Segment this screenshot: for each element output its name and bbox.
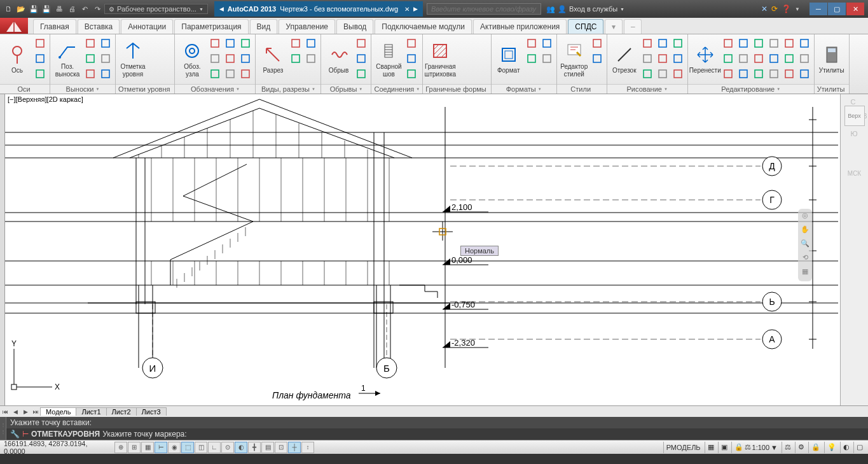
- small-button[interactable]: [767, 52, 781, 66]
- button-Обоз. узла[interactable]: Обоз. узла: [177, 36, 207, 82]
- model-space-button[interactable]: РМОДЕЛЬ: [663, 442, 703, 453]
- layout-tab-Модель[interactable]: Модель: [40, 407, 76, 416]
- button-Формат[interactable]: Формат: [494, 36, 523, 82]
- status-toggle-10[interactable]: ╋: [248, 442, 261, 453]
- small-button[interactable]: [640, 67, 654, 81]
- panel-title[interactable]: Выноски: [50, 84, 115, 94]
- tab-СПДС[interactable]: СПДС: [568, 19, 603, 34]
- nav-showmotion-icon[interactable]: ▦: [799, 267, 811, 279]
- layout-first-icon[interactable]: ⏮: [0, 409, 10, 415]
- small-button[interactable]: [238, 67, 252, 81]
- qat-open-icon[interactable]: 📂: [15, 3, 27, 15]
- file-tab[interactable]: ◀ AutoCAD 2013 Чертеж3 - без вспомогател…: [214, 1, 423, 17]
- small-button[interactable]: [752, 67, 766, 81]
- small-button[interactable]: [736, 67, 750, 81]
- small-button[interactable]: [304, 36, 318, 50]
- small-button[interactable]: [671, 36, 685, 50]
- status-toggle-2[interactable]: ▦: [141, 442, 154, 453]
- tab-Управление[interactable]: Управление: [279, 19, 335, 34]
- drawing-canvas[interactable]: 2,1000,000-0,750-2,320ИБДГЬАПлан фундаме…: [5, 94, 838, 405]
- small-button[interactable]: [83, 36, 97, 50]
- panel-title[interactable]: Рисование: [607, 84, 687, 94]
- small-button[interactable]: [590, 52, 604, 66]
- panel-title[interactable]: Обрывы: [321, 84, 371, 94]
- clean-screen-icon[interactable]: ▢: [853, 442, 865, 453]
- tab-Главная[interactable]: Главная: [33, 19, 76, 34]
- toolbar-lock-icon[interactable]: 🔒: [808, 442, 823, 453]
- coordinates-readout[interactable]: 166191.4893, 42873.0194, 0.0000: [0, 440, 114, 455]
- button-Редактор стилей[interactable]: Редактор стилей: [560, 36, 589, 82]
- status-toggle-1[interactable]: ⊞: [128, 442, 141, 453]
- help-icon[interactable]: ❓: [782, 4, 791, 13]
- button-Сварной шов[interactable]: Сварной шов: [374, 36, 403, 82]
- button-Перенести[interactable]: Перенести: [691, 36, 720, 82]
- layout-prev-icon[interactable]: ◀: [10, 409, 20, 415]
- maximize-button[interactable]: ▢: [828, 3, 846, 15]
- small-button[interactable]: [208, 36, 222, 50]
- small-button[interactable]: [721, 52, 735, 66]
- viewcube[interactable]: Верх: [844, 106, 865, 126]
- panel-title[interactable]: Обозначения: [175, 84, 255, 94]
- button-Ось[interactable]: Ось: [3, 36, 32, 82]
- status-toggle-5[interactable]: ⬚: [181, 442, 194, 453]
- small-button[interactable]: [238, 52, 252, 66]
- command-window[interactable]: ⋮⋮ Укажите точку вставки: 🔧 ⊢ ОТМЕТКАУРО…: [0, 417, 868, 440]
- status-toggle-6[interactable]: ◫: [195, 442, 207, 453]
- small-button[interactable]: [404, 67, 418, 81]
- annotation-scale[interactable]: 🔒 ⚖ 1:100▼: [731, 442, 780, 453]
- panel-title[interactable]: Отметки уровня: [116, 84, 174, 94]
- command-handle[interactable]: ⋮⋮: [0, 417, 6, 440]
- tab-Подключаемые модули[interactable]: Подключаемые модули: [375, 19, 472, 34]
- hardware-accel-icon[interactable]: 💡: [824, 442, 839, 453]
- small-button[interactable]: [797, 52, 811, 66]
- tab-Вывод[interactable]: Вывод: [336, 19, 373, 34]
- small-button[interactable]: [736, 52, 750, 66]
- button-Граничная штриховка[interactable]: Граничная штриховка: [425, 36, 455, 82]
- tab-Активные приложения[interactable]: Активные приложения: [473, 19, 567, 34]
- close-button[interactable]: ✕: [846, 3, 864, 15]
- small-button[interactable]: [223, 67, 237, 81]
- button-Поз. выноска[interactable]: Поз. выноска: [53, 36, 82, 82]
- small-button[interactable]: [640, 36, 654, 50]
- annotation-visibility-icon[interactable]: ⚖: [782, 442, 794, 453]
- small-button[interactable]: [656, 52, 670, 66]
- status-toggle-8[interactable]: ⊙: [221, 442, 234, 453]
- sign-in[interactable]: 👥 👤 Вход в службы▼: [546, 5, 624, 13]
- button-Отметка уровня[interactable]: Отметка уровня: [118, 36, 148, 82]
- small-button[interactable]: [767, 36, 781, 50]
- panel-title[interactable]: Форматы: [492, 84, 556, 94]
- status-toggle-11[interactable]: ▤: [261, 442, 274, 453]
- small-button[interactable]: [640, 52, 654, 66]
- button-Отрезок[interactable]: Отрезок: [610, 36, 639, 82]
- wcs-label[interactable]: МСК: [848, 170, 861, 177]
- small-button[interactable]: [752, 36, 766, 50]
- small-button[interactable]: [208, 67, 222, 81]
- small-button[interactable]: [83, 52, 97, 66]
- viewport[interactable]: [−][Верхняя][2D каркас] 2,1000,000-0,750…: [5, 94, 840, 405]
- search-input[interactable]: [427, 3, 541, 15]
- status-toggle-0[interactable]: ⊕: [114, 442, 127, 453]
- qat-plot-icon[interactable]: 🖶: [53, 3, 65, 15]
- navigation-bar[interactable]: ◎ ✋ 🔍 ⟲ ▦: [798, 209, 812, 281]
- small-button[interactable]: [540, 36, 554, 50]
- workspace-dropdown[interactable]: Рабочее пространство...: [104, 4, 208, 14]
- status-toggle-4[interactable]: ◉: [168, 442, 181, 453]
- tab-Параметризация[interactable]: Параметризация: [174, 19, 248, 34]
- command-input-line[interactable]: 🔧 ⊢ ОТМЕТКАУРОВНЯ Укажите точку маркера:: [6, 428, 868, 440]
- small-button[interactable]: [33, 36, 47, 50]
- small-button[interactable]: [671, 52, 685, 66]
- status-toggle-13[interactable]: ┼: [288, 442, 301, 453]
- status-toggle-9[interactable]: ◐: [235, 442, 247, 453]
- panel-title[interactable]: Виды, разрезы: [256, 84, 320, 94]
- small-button[interactable]: [782, 36, 796, 50]
- small-button[interactable]: [238, 36, 252, 50]
- status-toggle-14[interactable]: ↕: [301, 442, 314, 453]
- small-button[interactable]: [223, 36, 237, 50]
- panel-title[interactable]: Соединения: [371, 84, 422, 94]
- qat-print-icon[interactable]: 🖨: [66, 3, 78, 15]
- exchange-icon[interactable]: ✕: [761, 4, 768, 13]
- help-dropdown-icon[interactable]: ▼: [795, 6, 800, 12]
- small-button[interactable]: [721, 36, 735, 50]
- sync-icon[interactable]: ⟳: [771, 4, 778, 13]
- panel-title[interactable]: Граничные формы: [423, 84, 490, 94]
